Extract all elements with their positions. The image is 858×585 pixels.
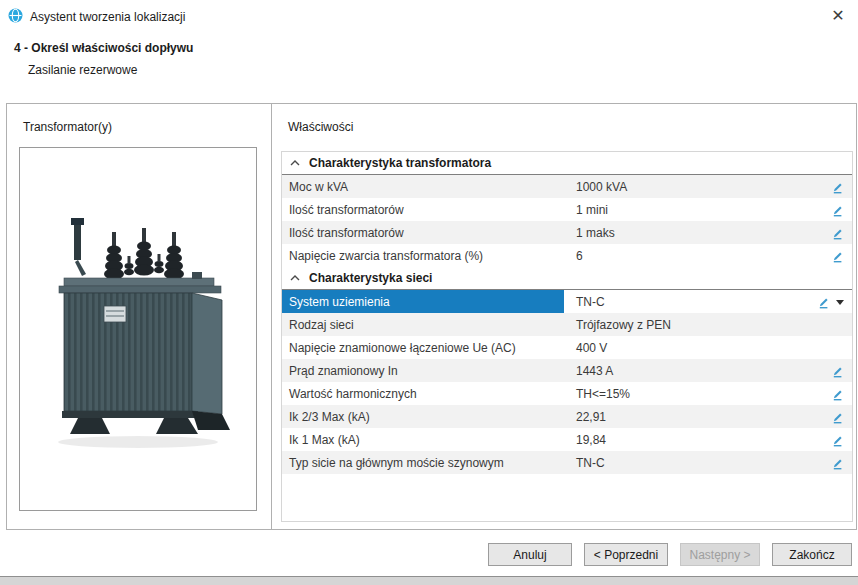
property-label: Prąd znamionowy In — [282, 359, 564, 382]
transformer-panel-title: Transformator(y) — [23, 120, 112, 134]
property-row[interactable]: Ik 2/3 Max (kA)22,91 — [282, 405, 852, 428]
property-label: Ik 2/3 Max (kA) — [282, 405, 564, 428]
property-actions — [830, 175, 852, 198]
property-label: Typ sicie na głównym moście szynowym — [282, 451, 564, 474]
window-title: Asystent tworzenia lokalizacji — [30, 10, 185, 24]
section-label: Charakterystyka sieci — [309, 271, 432, 285]
edit-pencil-icon[interactable] — [830, 180, 844, 194]
property-value: Trójfazowy z PEN — [564, 313, 844, 336]
property-row[interactable]: Ik 1 Max (kA)19,84 — [282, 428, 852, 451]
previous-button[interactable]: < Poprzedni — [584, 543, 668, 566]
edit-pencil-icon[interactable] — [830, 433, 844, 447]
property-actions — [844, 336, 852, 359]
properties-panel: Właściwości Charakterystyka transformato… — [272, 104, 856, 529]
property-label: Ik 1 Max (kA) — [282, 428, 564, 451]
collapse-chevron-icon — [290, 274, 300, 282]
edit-pencil-icon[interactable] — [830, 387, 844, 401]
property-row[interactable]: Rodzaj sieciTrójfazowy z PEN — [282, 313, 852, 336]
property-value: TH<=15% — [564, 382, 830, 405]
property-row[interactable]: Moc w kVA1000 kVA — [282, 175, 852, 198]
app-icon — [8, 8, 23, 23]
property-value: 1 mini — [564, 198, 830, 221]
property-value: 1443 A — [564, 359, 830, 382]
property-value: 400 V — [564, 336, 844, 359]
section-header[interactable]: Charakterystyka transformatora — [282, 152, 852, 175]
edit-pencil-icon[interactable] — [830, 410, 844, 424]
property-actions — [830, 221, 852, 244]
property-actions — [830, 451, 852, 474]
edit-pencil-icon[interactable] — [830, 203, 844, 217]
window-bottom-edge — [0, 576, 858, 585]
property-value: 6 — [564, 244, 830, 267]
property-label: Wartość harmonicznych — [282, 382, 564, 405]
next-button[interactable]: Następny > — [680, 543, 760, 566]
edit-pencil-icon[interactable] — [830, 226, 844, 240]
property-row[interactable]: Wartość harmonicznychTH<=15% — [282, 382, 852, 405]
properties-content: Charakterystyka transformatoraMoc w kVA1… — [281, 151, 853, 522]
wizard-footer: Anuluj< PoprzedniNastępny >Zakończ — [0, 543, 858, 567]
edit-pencil-icon[interactable] — [830, 364, 844, 378]
edit-pencil-icon[interactable] — [830, 456, 844, 470]
property-actions — [830, 244, 852, 267]
property-row[interactable]: Typ sicie na głównym moście szynowymTN-C — [282, 451, 852, 474]
property-value: 1 maks — [564, 221, 830, 244]
wizard-body: Transformator(y) — [6, 103, 857, 530]
property-label: Moc w kVA — [282, 175, 564, 198]
property-label: Rodzaj sieci — [282, 313, 564, 336]
edit-pencil-icon[interactable] — [816, 295, 830, 309]
property-actions — [830, 198, 852, 221]
property-actions — [830, 405, 852, 428]
property-value: 1000 kVA — [564, 175, 830, 198]
step-title: 4 - Określ właściwości dopływu — [14, 41, 193, 55]
collapse-chevron-icon — [290, 159, 300, 167]
property-row[interactable]: System uziemieniaTN-C — [282, 290, 852, 313]
transformer-panel: Transformator(y) — [7, 104, 272, 529]
property-row[interactable]: Napięcie znamionowe łączeniowe Ue (AC)40… — [282, 336, 852, 359]
property-row[interactable]: Ilość transformatorów1 mini — [282, 198, 852, 221]
property-value: 22,91 — [564, 405, 830, 428]
properties-list: Charakterystyka transformatoraMoc w kVA1… — [282, 152, 852, 474]
property-row[interactable]: Ilość transformatorów1 maks — [282, 221, 852, 244]
property-label: Napięcie znamionowe łączeniowe Ue (AC) — [282, 336, 564, 359]
property-label: Ilość transformatorów — [282, 198, 564, 221]
property-label: Ilość transformatorów — [282, 221, 564, 244]
property-actions — [830, 382, 852, 405]
properties-panel-title: Właściwości — [288, 120, 353, 134]
finish-button[interactable]: Zakończ — [772, 543, 852, 566]
property-actions — [844, 313, 852, 336]
property-actions — [830, 428, 852, 451]
transformer-illustration — [26, 204, 250, 454]
dropdown-caret-icon[interactable] — [836, 300, 844, 305]
property-value: TN-C — [564, 290, 816, 313]
step-subtitle: Zasilanie rezerwowe — [28, 63, 137, 77]
transformer-image — [19, 147, 257, 511]
property-row[interactable]: Prąd znamionowy In1443 A — [282, 359, 852, 382]
section-header[interactable]: Charakterystyka sieci — [282, 267, 852, 290]
cancel-button[interactable]: Anuluj — [488, 543, 572, 566]
property-actions — [816, 290, 852, 313]
property-label: Napięcie zwarcia transformatora (%) — [282, 244, 564, 267]
property-actions — [830, 359, 852, 382]
edit-pencil-icon[interactable] — [830, 249, 844, 263]
property-label: System uziemienia — [282, 290, 564, 313]
property-value: TN-C — [564, 451, 830, 474]
property-value: 19,84 — [564, 428, 830, 451]
close-icon[interactable]: ✕ — [826, 3, 850, 27]
property-row[interactable]: Napięcie zwarcia transformatora (%)6 — [282, 244, 852, 267]
section-label: Charakterystyka transformatora — [309, 156, 491, 170]
